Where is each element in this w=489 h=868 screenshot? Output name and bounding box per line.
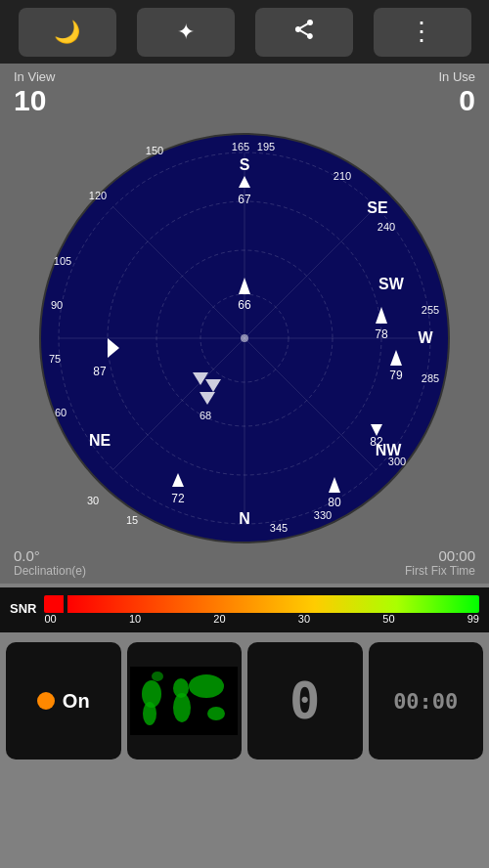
svg-text:105: 105 bbox=[54, 255, 71, 267]
svg-text:79: 79 bbox=[389, 369, 403, 382]
status-dot bbox=[37, 692, 55, 710]
svg-text:120: 120 bbox=[89, 190, 107, 201]
svg-text:255: 255 bbox=[422, 304, 439, 316]
on-panel[interactable]: On bbox=[6, 642, 121, 760]
svg-point-60 bbox=[152, 672, 163, 681]
declination-value: 0.0° bbox=[14, 547, 86, 564]
snr-label: SNR bbox=[10, 601, 36, 616]
radar-section: 165 195 210 240 255 285 300 330 345 15 3… bbox=[0, 123, 489, 543]
svg-text:90: 90 bbox=[51, 299, 63, 311]
svg-text:S: S bbox=[240, 156, 250, 173]
svg-text:NE: NE bbox=[89, 432, 111, 449]
svg-text:165: 165 bbox=[232, 141, 249, 152]
svg-text:W: W bbox=[418, 329, 433, 346]
svg-marker-48 bbox=[193, 372, 208, 385]
svg-text:15: 15 bbox=[126, 514, 138, 526]
world-map bbox=[127, 642, 243, 760]
in-use-group: In Use 0 bbox=[438, 69, 475, 117]
in-view-label: In View bbox=[14, 69, 55, 84]
toolbar: 🌙 ✦ ⋮ bbox=[0, 0, 489, 64]
moon-icon: 🌙 bbox=[54, 20, 80, 45]
snr-num-50: 50 bbox=[382, 613, 394, 625]
in-view-group: In View 10 bbox=[14, 69, 55, 117]
stats-bar: In View 10 In Use 0 bbox=[0, 64, 489, 123]
svg-text:195: 195 bbox=[257, 141, 275, 152]
share-icon bbox=[292, 18, 316, 47]
svg-text:210: 210 bbox=[333, 170, 351, 182]
declination-label: Declination(e) bbox=[14, 564, 86, 578]
svg-point-55 bbox=[143, 702, 156, 725]
svg-text:60: 60 bbox=[55, 407, 67, 418]
svg-point-59 bbox=[207, 707, 225, 720]
world-map-panel[interactable] bbox=[127, 642, 243, 760]
svg-text:240: 240 bbox=[378, 221, 395, 233]
svg-text:SE: SE bbox=[367, 199, 388, 216]
svg-text:N: N bbox=[239, 510, 250, 527]
menu-icon: ⋮ bbox=[409, 17, 436, 47]
svg-point-52 bbox=[241, 334, 248, 342]
svg-marker-49 bbox=[205, 379, 221, 392]
svg-text:82: 82 bbox=[370, 435, 383, 449]
world-map-svg bbox=[130, 667, 238, 735]
svg-text:285: 285 bbox=[422, 372, 439, 384]
first-fix-value: 00:00 bbox=[405, 547, 475, 564]
counter-panel[interactable]: 0 bbox=[247, 642, 363, 760]
svg-marker-30 bbox=[376, 307, 387, 324]
snr-num-30: 30 bbox=[298, 613, 310, 625]
in-use-label: In Use bbox=[438, 69, 475, 84]
star-button[interactable]: ✦ bbox=[137, 8, 235, 57]
first-fix-label: First Fix Time bbox=[405, 564, 475, 578]
share-button[interactable] bbox=[255, 8, 353, 57]
svg-text:80: 80 bbox=[328, 496, 341, 509]
svg-text:67: 67 bbox=[238, 193, 251, 206]
timer-panel[interactable]: 00:00 bbox=[369, 642, 484, 760]
snr-num-99: 99 bbox=[467, 613, 479, 625]
radar-svg: 165 195 210 240 255 285 300 330 345 15 3… bbox=[39, 133, 450, 543]
radar-container: 165 195 210 240 255 285 300 330 345 15 3… bbox=[39, 133, 450, 543]
in-use-value: 0 bbox=[438, 84, 475, 117]
svg-text:78: 78 bbox=[375, 327, 388, 341]
info-bar: 0.0° Declination(e) 00:00 First Fix Time bbox=[0, 543, 489, 584]
svg-text:330: 330 bbox=[314, 509, 332, 521]
star-icon: ✦ bbox=[177, 20, 195, 45]
declination-group: 0.0° Declination(e) bbox=[14, 547, 86, 578]
bottom-panels: On 0 00:00 bbox=[0, 636, 489, 765]
svg-marker-44 bbox=[329, 477, 340, 493]
svg-marker-50 bbox=[200, 392, 215, 405]
svg-text:87: 87 bbox=[93, 365, 107, 378]
counter-value: 0 bbox=[289, 672, 320, 730]
snr-num-10: 10 bbox=[129, 613, 141, 625]
moon-button[interactable]: 🌙 bbox=[19, 8, 116, 57]
svg-text:345: 345 bbox=[270, 522, 288, 534]
svg-marker-33 bbox=[390, 350, 402, 366]
svg-text:150: 150 bbox=[146, 145, 163, 156]
svg-marker-46 bbox=[172, 473, 184, 487]
svg-marker-42 bbox=[108, 338, 119, 358]
svg-text:30: 30 bbox=[87, 495, 99, 506]
svg-text:SW: SW bbox=[378, 276, 405, 292]
svg-text:68: 68 bbox=[200, 410, 211, 421]
snr-num-20: 20 bbox=[213, 613, 225, 625]
svg-text:75: 75 bbox=[49, 353, 61, 365]
svg-text:66: 66 bbox=[238, 298, 251, 312]
in-view-value: 10 bbox=[14, 84, 55, 117]
svg-point-57 bbox=[173, 693, 191, 722]
on-label: On bbox=[63, 690, 90, 713]
svg-marker-26 bbox=[239, 176, 250, 188]
menu-button[interactable]: ⋮ bbox=[374, 8, 471, 57]
snr-section: SNR 00 10 20 30 50 99 bbox=[0, 587, 489, 632]
svg-text:72: 72 bbox=[171, 492, 185, 505]
timer-value: 00:00 bbox=[393, 689, 458, 714]
snr-num-00: 00 bbox=[44, 613, 56, 625]
first-fix-group: 00:00 First Fix Time bbox=[405, 547, 475, 578]
svg-point-58 bbox=[189, 674, 224, 698]
svg-marker-40 bbox=[239, 278, 250, 294]
